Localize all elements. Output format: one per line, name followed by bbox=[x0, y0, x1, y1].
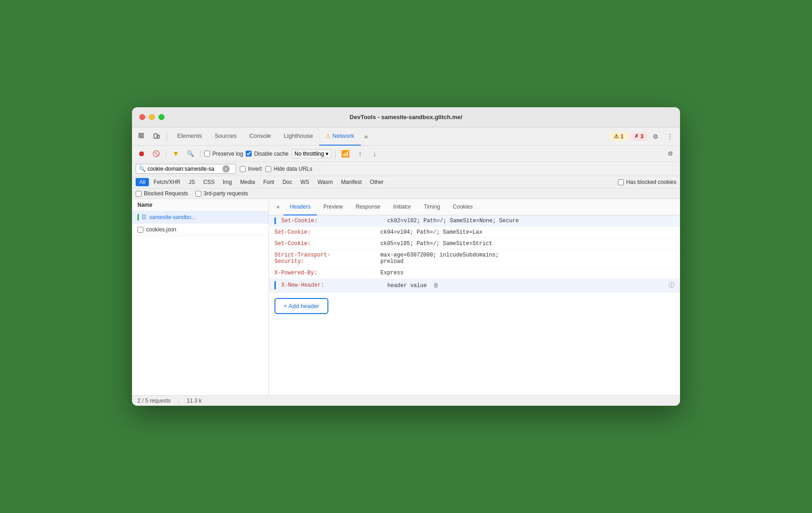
left-panel: Name ☰ samesite-sandbo... cookies.json bbox=[132, 199, 269, 395]
type-btn-img[interactable]: Img bbox=[219, 178, 236, 186]
type-filters-right: Has blocked cookies bbox=[618, 179, 676, 185]
panel-close-button[interactable]: × bbox=[273, 199, 284, 215]
has-blocked-cookies-checkbox[interactable] bbox=[618, 179, 624, 185]
type-btn-fetch-xhr[interactable]: Fetch/XHR bbox=[150, 178, 184, 186]
minimize-button[interactable] bbox=[149, 114, 155, 120]
title-bar: DevTools - samesite-sandbox.glitch.me/ bbox=[132, 107, 680, 127]
close-button[interactable] bbox=[139, 114, 145, 120]
add-header-wrap: + Add header bbox=[269, 292, 680, 319]
tab-network[interactable]: ⚠ Network bbox=[319, 127, 360, 146]
panel-tab-initiator[interactable]: Initiator bbox=[387, 199, 417, 215]
header-name-3: Set-Cookie: bbox=[274, 241, 375, 247]
toolbar-separator-1 bbox=[167, 132, 167, 141]
svg-rect-0 bbox=[139, 133, 141, 135]
tab-sources[interactable]: Sources bbox=[208, 127, 243, 146]
type-btn-media[interactable]: Media bbox=[237, 178, 259, 186]
filter-input[interactable] bbox=[148, 166, 221, 172]
download-icon[interactable]: ↓ bbox=[369, 148, 380, 160]
network-warning-icon: ⚠ bbox=[326, 133, 331, 139]
wifi-icon[interactable]: 📶 bbox=[339, 148, 351, 160]
filter-icon: 🔍 bbox=[139, 166, 146, 172]
type-btn-css[interactable]: CSS bbox=[200, 178, 218, 186]
header-row-4: Strict-Transport- Security: max-age=6307… bbox=[269, 250, 680, 267]
search-button[interactable]: 🔍 bbox=[185, 148, 196, 160]
panel-tab-response[interactable]: Response bbox=[349, 199, 387, 215]
type-btn-font[interactable]: Font bbox=[259, 178, 278, 186]
record-button[interactable]: ⏺ bbox=[136, 148, 148, 160]
info-icon[interactable]: ⓘ bbox=[669, 281, 675, 289]
third-party-checkbox[interactable] bbox=[195, 191, 201, 197]
throttle-select[interactable]: No throttling ▾ bbox=[291, 149, 332, 158]
type-btn-doc[interactable]: Doc bbox=[279, 178, 295, 186]
header-name-2: Set-Cookie: bbox=[274, 229, 375, 236]
type-btn-all[interactable]: All bbox=[136, 178, 149, 186]
status-sep-1: | bbox=[178, 398, 179, 404]
request-item-1[interactable]: ☰ samesite-sandbo... bbox=[132, 211, 269, 224]
tab-lighthouse[interactable]: Lighthouse bbox=[278, 127, 320, 146]
filter-clear-button[interactable]: × bbox=[222, 165, 230, 173]
panel-tab-timing[interactable]: Timing bbox=[417, 199, 447, 215]
header-row-5: X-Powered-By: Express bbox=[269, 267, 680, 279]
preserve-log-checkbox[interactable] bbox=[204, 151, 210, 157]
invert-label[interactable]: Invert bbox=[240, 166, 262, 172]
request-name-2: cookies.json bbox=[146, 226, 176, 233]
error-badge[interactable]: ✗ 3 bbox=[631, 132, 647, 141]
request-icon-1: ☰ bbox=[142, 214, 147, 220]
blocked-requests-label[interactable]: Blocked Requests bbox=[136, 190, 188, 197]
preserve-log-label[interactable]: Preserve log bbox=[204, 151, 243, 157]
network-settings-icon[interactable]: ⚙ bbox=[664, 148, 676, 160]
clear-button[interactable]: 🚫 bbox=[150, 148, 162, 160]
svg-rect-3 bbox=[142, 136, 143, 138]
svg-rect-2 bbox=[142, 133, 143, 135]
headers-content: Set-Cookie: ck02=vl02; Path=/; SameSite=… bbox=[269, 215, 680, 395]
devtools-toolbar: Elements Sources Console Lighthouse ⚠ Ne… bbox=[132, 127, 680, 146]
type-btn-wasm[interactable]: Wasm bbox=[314, 178, 337, 186]
type-btn-ws[interactable]: WS bbox=[297, 178, 313, 186]
filter-toggle-button[interactable]: ▼ bbox=[170, 148, 182, 160]
maximize-button[interactable] bbox=[158, 114, 164, 120]
disable-cache-label[interactable]: Disable cache bbox=[246, 151, 288, 157]
net-separator-3 bbox=[335, 150, 336, 158]
request-checkbox-2[interactable] bbox=[137, 227, 143, 233]
has-blocked-cookies-label[interactable]: Has blocked cookies bbox=[618, 179, 676, 185]
panel-tab-cookies[interactable]: Cookies bbox=[447, 199, 479, 215]
error-icon: ✗ bbox=[634, 133, 638, 139]
upload-icon[interactable]: ↑ bbox=[354, 148, 366, 160]
panel-tab-preview[interactable]: Preview bbox=[317, 199, 349, 215]
trash-icon[interactable]: 🗑 bbox=[433, 283, 439, 289]
panel-tab-headers[interactable]: Headers bbox=[284, 199, 317, 215]
cursor-icon[interactable] bbox=[136, 130, 148, 143]
window-title: DevTools - samesite-sandbox.glitch.me/ bbox=[350, 114, 463, 120]
disable-cache-checkbox[interactable] bbox=[246, 151, 252, 157]
request-item-2[interactable]: cookies.json bbox=[132, 224, 269, 236]
type-btn-other[interactable]: Other bbox=[366, 178, 387, 186]
filter-input-wrap: 🔍 × bbox=[136, 164, 236, 174]
header-name-5: X-Powered-By: bbox=[274, 270, 375, 276]
svg-rect-1 bbox=[139, 136, 141, 138]
network-toolbar: ⏺ 🚫 ▼ 🔍 Preserve log Disable cache No th… bbox=[132, 146, 680, 162]
right-panel: × Headers Preview Response Initiator Tim… bbox=[269, 199, 680, 395]
header-value-3: ck05=vl05; Path=/; SameSite=Strict bbox=[380, 241, 675, 247]
panel-tabs: × Headers Preview Response Initiator Tim… bbox=[269, 199, 680, 215]
header-value-4: max-age=63072000; inlcudeSubdomains; pre… bbox=[380, 252, 675, 265]
add-header-button[interactable]: + Add header bbox=[274, 298, 328, 314]
blocked-filters: Blocked Requests 3rd-party requests bbox=[132, 188, 680, 199]
hide-data-urls-label[interactable]: Hide data URLs bbox=[265, 166, 312, 172]
device-toggle-icon[interactable] bbox=[150, 130, 163, 143]
more-icon[interactable]: ⋮ bbox=[664, 130, 676, 143]
type-btn-js[interactable]: JS bbox=[185, 178, 199, 186]
header-name-1: Set-Cookie: bbox=[281, 218, 382, 224]
tab-elements[interactable]: Elements bbox=[171, 127, 208, 146]
hide-data-urls-checkbox[interactable] bbox=[265, 166, 271, 172]
traffic-lights bbox=[139, 114, 164, 120]
tab-overflow[interactable]: » bbox=[361, 127, 372, 146]
type-btn-manifest[interactable]: Manifest bbox=[337, 178, 365, 186]
header-row-1: Set-Cookie: ck02=vl02; Path=/; SameSite=… bbox=[269, 215, 680, 227]
settings-icon[interactable]: ⚙ bbox=[649, 130, 662, 143]
invert-checkbox[interactable] bbox=[240, 166, 246, 172]
tab-console[interactable]: Console bbox=[243, 127, 278, 146]
third-party-label[interactable]: 3rd-party requests bbox=[195, 190, 248, 197]
header-name-4: Strict-Transport- Security: bbox=[274, 252, 375, 265]
warning-badge[interactable]: ⚠ 1 bbox=[610, 132, 627, 141]
blocked-requests-checkbox[interactable] bbox=[136, 191, 142, 197]
